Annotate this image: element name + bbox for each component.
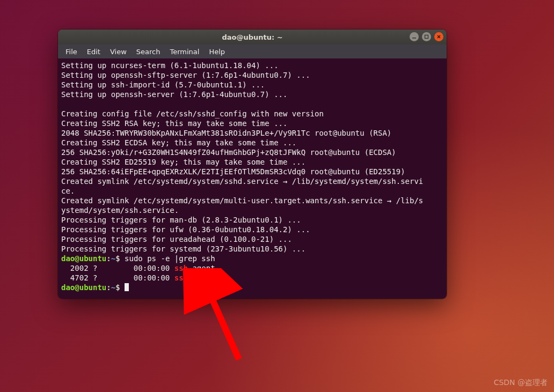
svg-rect-1 [425,35,428,39]
terminal-body[interactable]: Setting up ncurses-term (6.1-1ubuntu1.18… [58,58,447,299]
watermark: CSDN @盗理者 [494,378,548,388]
prompt-userhost: dao@ubuntu [61,254,106,263]
ps-row: -agent [188,264,215,272]
command-text: sudo ps -e |grep ssh [120,254,215,263]
prompt-colon: : [106,254,111,263]
maximize-button[interactable] [422,32,431,41]
window-controls [410,32,443,41]
output-line: Created symlink /etc/systemd/system/sshd… [61,177,423,186]
prompt-path: ~ [111,254,115,263]
menu-edit[interactable]: Edit [83,47,105,57]
output-line: ystemd/system/ssh.service. [61,206,179,215]
menu-view[interactable]: View [106,47,131,57]
minimize-button[interactable] [410,32,419,41]
output-line: 256 SHA256:64iEFpEE+qpqEXRzXLK/E2TIjEEfO… [61,167,405,176]
output-line: Creating SSH2 RSA key; this may take som… [61,119,287,128]
output-line: Processing triggers for systemd (237-3ub… [61,245,305,253]
output-line: Creating SSH2 ED25519 key; this may take… [61,158,305,166]
prompt-userhost: dao@ubuntu [61,283,106,292]
grep-highlight: ssh [174,264,188,272]
output-line: Creating config file /etc/ssh/sshd_confi… [61,109,324,118]
output-line: 2048 SHA256:TWRYRW30bKpANxLFmXaMt381sROi… [61,129,391,137]
prompt-dollar: $ [115,254,120,263]
menu-terminal[interactable]: Terminal [165,47,203,57]
output-line: Setting up ssh-import-id (5.7-0ubuntu1.1… [61,80,265,89]
output-line: Setting up openssh-server (1:7.6p1-4ubun… [61,90,287,99]
ps-row: d [188,273,192,282]
ps-row: 2002 ? 00:00:00 [61,264,174,272]
terminal-window: dao@ubuntu: ~ File Edit View Search Term… [58,29,447,299]
ps-row: 4702 ? 00:00:00 [61,273,174,282]
output-line: Processing triggers for man-db (2.8.3-2u… [61,216,301,224]
output-line: Setting up openssh-sftp-server (1:7.6p1-… [61,71,310,79]
output-line: Processing triggers for ufw (0.36-0ubunt… [61,225,310,234]
desktop-background: dao@ubuntu: ~ File Edit View Search Term… [0,0,554,392]
prompt-dollar: $ [115,283,120,292]
output-line: Setting up ncurses-term (6.1-1ubuntu1.18… [61,61,279,70]
output-line: 256 SHA256:yOki/r+G3Z0WH1S4N49fZ04ufHmGh… [61,148,396,157]
output-line: Created symlink /etc/systemd/system/mult… [61,196,423,205]
menu-search[interactable]: Search [132,47,165,57]
menu-file[interactable]: File [61,47,82,57]
output-line: Creating SSH2 ECDSA key; this may take s… [61,138,296,147]
output-line: Processing triggers for ureadahead (0.10… [61,235,292,243]
titlebar[interactable]: dao@ubuntu: ~ [58,29,447,45]
prompt-path: ~ [111,283,115,292]
output-line: ce. [61,187,75,195]
menubar: File Edit View Search Terminal Help [58,45,447,58]
cursor [125,283,129,291]
window-title: dao@ubuntu: ~ [222,33,282,41]
svg-rect-0 [412,38,416,39]
close-button[interactable] [434,32,443,41]
menu-help[interactable]: Help [205,47,229,57]
grep-highlight: ssh [174,273,188,282]
prompt-colon: : [106,283,111,292]
